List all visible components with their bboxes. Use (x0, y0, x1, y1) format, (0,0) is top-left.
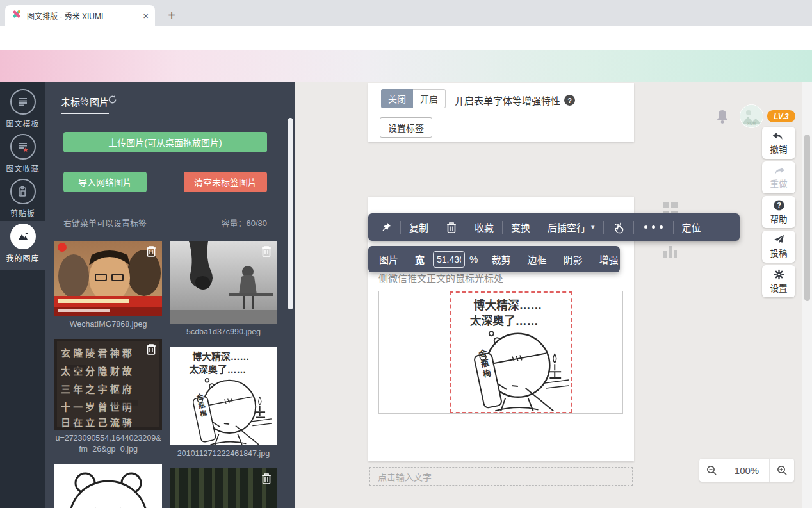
trash-icon[interactable] (145, 245, 157, 258)
copy-button[interactable]: 复制 (401, 220, 437, 234)
pin-icon[interactable] (372, 222, 400, 233)
redo-button[interactable]: 重做 (762, 161, 795, 193)
editor-section-settings: 关闭 开启 开启表单字体等增强特性 ? 设置标签 (368, 83, 634, 142)
image-width-input[interactable] (433, 251, 465, 268)
clear-untagged-button[interactable]: 清空未标签图片 (184, 172, 267, 192)
clipboard-icon (10, 179, 36, 204)
browser-navbar: ← → xiumi.us/studio/v5#/paper/for/new/cu… (0, 26, 812, 50)
template-icon (10, 89, 36, 115)
user-avatar[interactable]: XIUMI (740, 104, 763, 128)
enhance-button[interactable]: 增强 (590, 252, 626, 266)
zoom-out-icon[interactable] (699, 459, 724, 482)
import-web-image-button[interactable]: 导入网络图片 (63, 172, 147, 192)
refresh-icon[interactable] (107, 94, 118, 108)
toggle-on-button[interactable]: 开启 (413, 89, 446, 108)
capacity-text: 容量：60/80 (221, 217, 267, 229)
help-icon: ? (774, 200, 784, 211)
sidebar-item-label: 图文模板 (0, 118, 45, 129)
help-question-icon[interactable]: ? (564, 95, 575, 106)
trash-icon[interactable] (261, 245, 272, 258)
sidebar-item-templates[interactable]: 图文模板 (0, 86, 45, 129)
image-toolbar: 图片 宽 % 裁剪 边框 阴影 增强 (368, 246, 620, 272)
border-button[interactable]: 边框 (519, 252, 555, 266)
image-library-panel: 未标签图片 上传图片(可从桌面拖放图片) 导入网络图片 清空未标签图片 右键菜单… (45, 82, 295, 508)
right-click-hint: 右键菜单可以设置标签 (63, 217, 147, 229)
browser-tabstrip: 图文排版 - 秀米 XIUMI × + (0, 0, 812, 26)
trash-icon[interactable] (261, 472, 272, 485)
sidebar-item-label: 我的图库 (0, 252, 45, 263)
image-caption: WechatIMG7868.jpeg (54, 319, 162, 330)
shadow-button[interactable]: 阴影 (555, 252, 590, 266)
percent-unit: % (465, 254, 483, 265)
sidebar-item-favorites[interactable]: 图文收藏 (0, 131, 45, 174)
trash-icon[interactable] (145, 343, 157, 356)
chevron-down-icon: ▾ (591, 223, 595, 231)
chart-widget-icon[interactable] (663, 245, 679, 258)
submit-button[interactable]: 投稿 (762, 231, 795, 263)
screen: 图文排版 - 秀米 XIUMI × + ← → xiumi.us/studio/… (0, 0, 812, 508)
library-image-forest[interactable] (170, 468, 277, 508)
my-images-icon (10, 224, 36, 249)
element-toolbar: 复制 收藏 变换 后插空行 ▾ 定位 (368, 213, 740, 241)
sidebar-item-label: 图文收藏 (0, 163, 45, 174)
favorites-icon (10, 134, 36, 160)
image-caption: u=2723090554,1644023209&fm=26&gp=0.jpg (54, 433, 162, 455)
zoom-level: 100% (724, 459, 770, 482)
image-grid: WechatIMG7868.jpeg 玄 隆 陵 君 神 郡 太 空 分 隐 财… (54, 241, 286, 508)
sidebar-item-clipboard[interactable]: 剪贴板 (0, 176, 45, 218)
svg-text:三 年 之 宇 枢 府: 三 年 之 宇 枢 府 (61, 384, 132, 395)
app-header: 秀米 XIUMI / 我的秀米 / 图文排版 XIUMI LV.3 (0, 50, 812, 82)
library-image-stone-rubbing[interactable]: 玄 隆 陵 君 神 郡 太 空 分 隐 财 故 三 年 之 宇 枢 府 十 一 … (54, 339, 162, 430)
drag-hand-icon[interactable] (604, 221, 633, 234)
library-image-bear-meme[interactable] (54, 464, 162, 508)
selected-image[interactable] (450, 291, 572, 413)
redo-icon (772, 166, 785, 176)
main-scrollbar[interactable] (802, 82, 812, 508)
transform-button[interactable]: 变换 (503, 220, 539, 234)
toggle-description: 开启表单字体等增强特性 (455, 94, 560, 107)
crop-button[interactable]: 裁剪 (483, 252, 519, 266)
zoom-control: 100% (699, 459, 794, 482)
toggle-off-button[interactable]: 关闭 (381, 89, 413, 108)
svg-text:玄 隆 陵 君 神 郡: 玄 隆 陵 君 神 郡 (61, 348, 132, 359)
image-caption: 201011271222461847.jpg (170, 448, 277, 459)
favorite-button[interactable]: 收藏 (466, 220, 502, 234)
sidebar-item-label: 剪贴板 (0, 208, 45, 218)
gear-icon (774, 269, 784, 280)
text-input-placeholder-block[interactable]: 点击输入文字 (369, 467, 633, 486)
image-caption: 5cdba1d37c990.jpeg (170, 327, 277, 338)
image-type-label: 图片 (371, 252, 407, 266)
width-label: 宽 (407, 252, 433, 266)
tab-title: 图文排版 - 秀米 XIUMI (27, 10, 138, 21)
insert-blank-line-button[interactable]: 后插空行 ▾ (539, 220, 603, 234)
sidebar-item-my-images[interactable]: 我的图库 (0, 221, 45, 270)
undo-icon (772, 131, 785, 141)
level-badge: LV.3 (767, 110, 795, 122)
set-tag-button[interactable]: 设置标签 (380, 117, 432, 138)
svg-text:日 在 立 己 流 骑: 日 在 立 己 流 骑 (61, 417, 132, 428)
new-tab-button[interactable]: + (163, 6, 181, 24)
paper-plane-icon (774, 234, 784, 245)
help-button[interactable]: ? 帮助 (762, 196, 795, 228)
tab-close-icon[interactable]: × (143, 11, 149, 20)
panel-scrollbar[interactable] (288, 118, 293, 309)
favicon-xiumi (12, 9, 22, 22)
more-icon[interactable] (634, 225, 673, 229)
image-container-box[interactable] (378, 291, 623, 414)
tab-untagged-images[interactable]: 未标签图片 (61, 95, 109, 114)
library-image-wechatimg7868[interactable] (54, 241, 162, 316)
scrollbar-thumb[interactable] (804, 135, 810, 301)
undo-button[interactable]: 撤销 (762, 127, 795, 159)
library-image-cartoon[interactable] (170, 347, 277, 445)
editor-body-text[interactable]: 侧微信推文正文的鼠标光标处 (378, 271, 503, 284)
upload-images-button[interactable]: 上传图片(可从桌面拖放图片) (63, 132, 267, 152)
library-image-5cdba1d37c990[interactable] (170, 241, 277, 324)
browser-tab[interactable]: 图文排版 - 秀米 XIUMI × (5, 5, 155, 26)
enhance-toggle: 关闭 开启 (381, 89, 446, 108)
delete-icon[interactable] (437, 221, 466, 234)
locate-button[interactable]: 定位 (674, 220, 710, 234)
placeholder-text: 点击输入文字 (378, 470, 432, 483)
zoom-in-icon[interactable] (770, 459, 794, 482)
notification-bell-icon[interactable] (715, 108, 730, 127)
settings-button[interactable]: 设置 (762, 265, 795, 297)
